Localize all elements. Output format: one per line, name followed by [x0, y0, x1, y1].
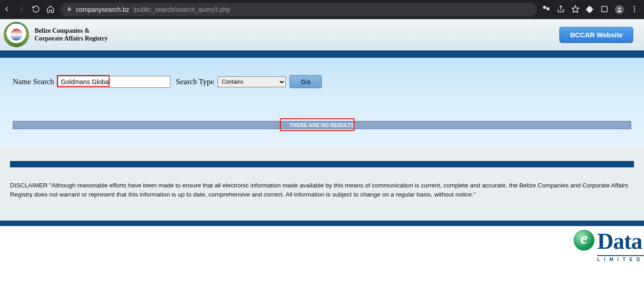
nav-stripe	[0, 50, 644, 58]
name-search-input[interactable]	[58, 76, 170, 88]
search-panel: Name Search Search Type Contains Go	[0, 58, 644, 93]
footer-logo-row: Data LIMITED	[0, 226, 644, 262]
no-results-bar: THERE ARE NO RESULTS	[13, 121, 631, 129]
svg-rect-2	[602, 6, 607, 12]
site-header: Belize Companies & Corporate Affairs Reg…	[0, 19, 644, 50]
edata-limited-text: LIMITED	[597, 255, 644, 262]
registry-name: Belize Companies & Corporate Affairs Reg…	[35, 27, 108, 43]
url-path: /public_search/search_query3.php	[133, 6, 230, 13]
footer-stripe	[0, 221, 644, 226]
svg-point-4	[634, 6, 635, 7]
edata-e-icon	[574, 230, 594, 251]
no-results-text: THERE ARE NO RESULTS	[290, 122, 354, 128]
address-bar[interactable]: companysearch.bz/public_search/search_qu…	[60, 3, 537, 16]
svg-point-6	[634, 10, 635, 12]
results-area: THERE ARE NO RESULTS	[0, 93, 644, 147]
svg-point-5	[634, 8, 635, 10]
svg-marker-1	[572, 5, 579, 12]
home-icon[interactable]	[46, 5, 55, 15]
disclaimer-text: DISCLAIMER "Although reasonable efforts …	[10, 181, 634, 200]
browser-right-icons	[542, 5, 641, 15]
forward-icon[interactable]	[17, 5, 25, 15]
go-button[interactable]: Go	[290, 75, 322, 88]
back-icon[interactable]	[3, 5, 11, 15]
star-icon[interactable]	[571, 5, 579, 15]
svg-point-3	[619, 7, 621, 10]
coat-of-arms-logo	[4, 22, 29, 47]
tab-icon[interactable]	[600, 5, 609, 15]
menu-icon[interactable]	[630, 5, 639, 15]
edata-logo: Data LIMITED	[574, 228, 644, 262]
profile-avatar[interactable]	[615, 5, 624, 14]
search-type-label: Search Type	[176, 77, 214, 86]
search-type-select[interactable]: Contains	[218, 76, 286, 87]
edata-data-text: Data	[597, 228, 644, 254]
browser-chrome: companysearch.bz/public_search/search_qu…	[0, 0, 644, 19]
url-host: companysearch.bz	[76, 6, 130, 13]
disclaimer-section: DISCLAIMER "Although reasonable efforts …	[0, 147, 644, 221]
lock-icon	[66, 6, 72, 13]
reload-icon[interactable]	[32, 5, 40, 15]
name-search-label: Name Search	[13, 77, 54, 86]
bccar-website-button[interactable]: BCCAR Website	[559, 27, 633, 43]
extensions-icon[interactable]	[586, 5, 594, 15]
browser-nav-buttons	[3, 5, 55, 15]
share-icon[interactable]	[557, 5, 565, 15]
divider-bar	[10, 161, 634, 167]
translate-icon[interactable]	[542, 5, 550, 15]
